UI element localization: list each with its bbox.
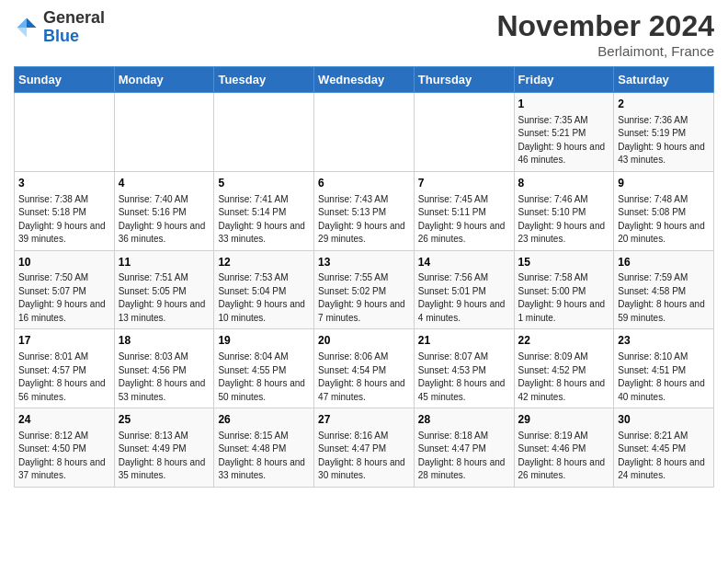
day-number: 2: [618, 97, 710, 112]
calendar-cell: 17Sunrise: 8:01 AM Sunset: 4:57 PM Dayli…: [15, 329, 115, 408]
day-number: 23: [618, 333, 710, 349]
calendar-body: 1Sunrise: 7:35 AM Sunset: 5:21 PM Daylig…: [15, 93, 714, 488]
calendar-cell: [15, 93, 115, 172]
day-info: Sunrise: 8:13 AM Sunset: 4:49 PM Dayligh…: [119, 430, 210, 483]
day-info: Sunrise: 8:06 AM Sunset: 4:54 PM Dayligh…: [318, 350, 410, 404]
calendar-cell: 19Sunrise: 8:04 AM Sunset: 4:55 PM Dayli…: [214, 329, 314, 408]
day-info: Sunrise: 7:41 AM Sunset: 5:14 PM Dayligh…: [218, 193, 310, 247]
day-info: Sunrise: 7:43 AM Sunset: 5:13 PM Dayligh…: [318, 193, 410, 247]
calendar-week-row: 1Sunrise: 7:35 AM Sunset: 5:21 PM Daylig…: [15, 93, 714, 172]
calendar-table: SundayMondayTuesdayWednesdayThursdayFrid…: [14, 66, 714, 488]
day-info: Sunrise: 8:04 AM Sunset: 4:55 PM Dayligh…: [218, 350, 310, 404]
day-number: 6: [318, 176, 410, 191]
month-title: November 2024: [496, 9, 714, 43]
day-of-week-header: Tuesday: [214, 67, 314, 93]
day-info: Sunrise: 8:19 AM Sunset: 4:46 PM Dayligh…: [518, 430, 610, 483]
day-info: Sunrise: 8:07 AM Sunset: 4:53 PM Dayligh…: [418, 350, 510, 404]
day-number: 9: [618, 176, 710, 191]
logo: General Blue: [14, 9, 105, 46]
day-info: Sunrise: 8:03 AM Sunset: 4:56 PM Dayligh…: [119, 350, 210, 404]
calendar-cell: 30Sunrise: 8:21 AM Sunset: 4:45 PM Dayli…: [614, 408, 714, 488]
calendar-cell: 22Sunrise: 8:09 AM Sunset: 4:52 PM Dayli…: [514, 329, 614, 408]
day-number: 7: [418, 176, 510, 191]
day-of-week-header: Wednesday: [314, 67, 415, 93]
calendar-cell: 5Sunrise: 7:41 AM Sunset: 5:14 PM Daylig…: [214, 171, 314, 250]
day-number: 5: [218, 176, 310, 191]
day-info: Sunrise: 7:45 AM Sunset: 5:11 PM Dayligh…: [418, 193, 510, 247]
day-number: 26: [218, 412, 310, 428]
calendar-cell: [214, 93, 314, 172]
day-number: 20: [318, 333, 410, 349]
page-header: General Blue November 2024 Berlaimont, F…: [14, 9, 714, 59]
calendar-cell: 9Sunrise: 7:48 AM Sunset: 5:08 PM Daylig…: [614, 171, 714, 250]
day-info: Sunrise: 7:58 AM Sunset: 5:00 PM Dayligh…: [518, 271, 610, 325]
day-info: Sunrise: 8:15 AM Sunset: 4:48 PM Dayligh…: [218, 430, 310, 483]
day-number: 29: [518, 412, 610, 428]
day-info: Sunrise: 7:59 AM Sunset: 4:58 PM Dayligh…: [618, 271, 710, 325]
day-number: 19: [218, 333, 310, 349]
calendar-cell: 13Sunrise: 7:55 AM Sunset: 5:02 PM Dayli…: [314, 250, 415, 329]
day-of-week-header: Monday: [114, 67, 214, 93]
svg-marker-0: [27, 17, 37, 28]
calendar-cell: 21Sunrise: 8:07 AM Sunset: 4:53 PM Dayli…: [414, 329, 514, 408]
calendar-cell: [114, 93, 214, 172]
day-info: Sunrise: 8:01 AM Sunset: 4:57 PM Dayligh…: [18, 350, 110, 404]
day-number: 27: [318, 412, 410, 428]
day-number: 12: [218, 255, 310, 270]
day-number: 21: [418, 333, 510, 349]
calendar-cell: 3Sunrise: 7:38 AM Sunset: 5:18 PM Daylig…: [15, 171, 115, 250]
day-of-week-header: Sunday: [15, 67, 115, 93]
day-info: Sunrise: 7:48 AM Sunset: 5:08 PM Dayligh…: [618, 193, 710, 247]
day-info: Sunrise: 8:16 AM Sunset: 4:47 PM Dayligh…: [318, 430, 410, 483]
calendar-cell: 6Sunrise: 7:43 AM Sunset: 5:13 PM Daylig…: [314, 171, 415, 250]
calendar-cell: 29Sunrise: 8:19 AM Sunset: 4:46 PM Dayli…: [514, 408, 614, 488]
day-number: 24: [18, 412, 110, 428]
title-block: November 2024 Berlaimont, France: [496, 9, 714, 59]
logo-text: General Blue: [43, 9, 105, 46]
calendar-cell: 15Sunrise: 7:58 AM Sunset: 5:00 PM Dayli…: [514, 250, 614, 329]
location: Berlaimont, France: [496, 43, 714, 59]
day-number: 1: [518, 97, 610, 112]
calendar-cell: 16Sunrise: 7:59 AM Sunset: 4:58 PM Dayli…: [614, 250, 714, 329]
logo-icon: [14, 15, 40, 40]
day-number: 8: [518, 176, 610, 191]
day-info: Sunrise: 7:50 AM Sunset: 5:07 PM Dayligh…: [18, 271, 110, 325]
calendar-cell: 25Sunrise: 8:13 AM Sunset: 4:49 PM Dayli…: [114, 408, 214, 488]
day-info: Sunrise: 7:55 AM Sunset: 5:02 PM Dayligh…: [318, 271, 410, 325]
day-info: Sunrise: 7:38 AM Sunset: 5:18 PM Dayligh…: [18, 193, 110, 247]
calendar-cell: 26Sunrise: 8:15 AM Sunset: 4:48 PM Dayli…: [214, 408, 314, 488]
calendar-cell: 27Sunrise: 8:16 AM Sunset: 4:47 PM Dayli…: [314, 408, 415, 488]
day-info: Sunrise: 7:35 AM Sunset: 5:21 PM Dayligh…: [518, 114, 610, 167]
calendar-week-row: 24Sunrise: 8:12 AM Sunset: 4:50 PM Dayli…: [15, 408, 714, 488]
calendar-cell: 23Sunrise: 8:10 AM Sunset: 4:51 PM Dayli…: [614, 329, 714, 408]
svg-marker-1: [17, 17, 28, 28]
calendar-week-row: 3Sunrise: 7:38 AM Sunset: 5:18 PM Daylig…: [15, 171, 714, 250]
day-number: 4: [119, 176, 210, 191]
calendar-cell: 14Sunrise: 7:56 AM Sunset: 5:01 PM Dayli…: [414, 250, 514, 329]
calendar-cell: 2Sunrise: 7:36 AM Sunset: 5:19 PM Daylig…: [614, 93, 714, 172]
calendar-cell: 24Sunrise: 8:12 AM Sunset: 4:50 PM Dayli…: [15, 408, 115, 488]
calendar-cell: [314, 93, 415, 172]
day-info: Sunrise: 7:56 AM Sunset: 5:01 PM Dayligh…: [418, 271, 510, 325]
day-number: 15: [518, 255, 610, 270]
day-number: 16: [618, 255, 710, 270]
calendar-cell: 4Sunrise: 7:40 AM Sunset: 5:16 PM Daylig…: [114, 171, 214, 250]
day-info: Sunrise: 7:36 AM Sunset: 5:19 PM Dayligh…: [618, 114, 710, 167]
day-number: 11: [119, 255, 210, 270]
calendar-header-row: SundayMondayTuesdayWednesdayThursdayFrid…: [15, 67, 714, 93]
day-number: 10: [18, 255, 110, 270]
day-info: Sunrise: 8:18 AM Sunset: 4:47 PM Dayligh…: [418, 430, 510, 483]
day-of-week-header: Friday: [514, 67, 614, 93]
day-number: 25: [119, 412, 210, 428]
day-of-week-header: Thursday: [414, 67, 514, 93]
calendar-cell: 8Sunrise: 7:46 AM Sunset: 5:10 PM Daylig…: [514, 171, 614, 250]
calendar-cell: 7Sunrise: 7:45 AM Sunset: 5:11 PM Daylig…: [414, 171, 514, 250]
day-number: 18: [119, 333, 210, 349]
day-info: Sunrise: 7:53 AM Sunset: 5:04 PM Dayligh…: [218, 271, 310, 325]
day-number: 17: [18, 333, 110, 349]
day-number: 30: [618, 412, 710, 428]
day-info: Sunrise: 8:09 AM Sunset: 4:52 PM Dayligh…: [518, 350, 610, 404]
day-info: Sunrise: 8:10 AM Sunset: 4:51 PM Dayligh…: [618, 350, 710, 404]
day-number: 13: [318, 255, 410, 270]
day-info: Sunrise: 7:51 AM Sunset: 5:05 PM Dayligh…: [119, 271, 210, 325]
